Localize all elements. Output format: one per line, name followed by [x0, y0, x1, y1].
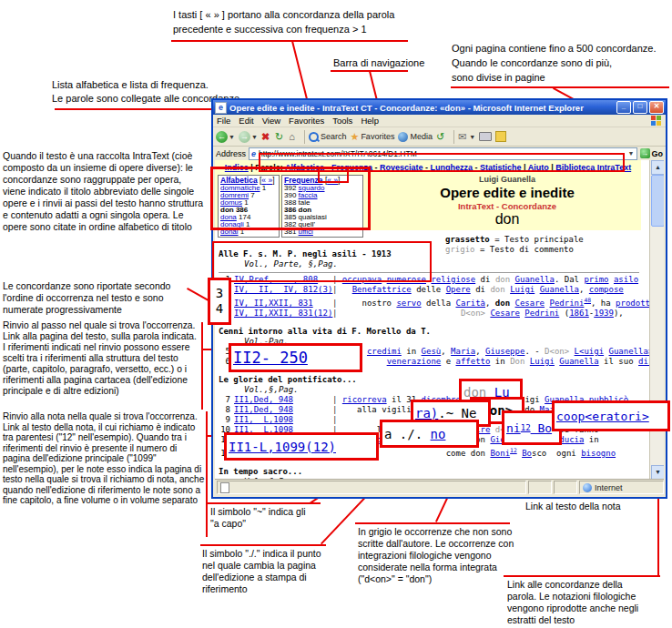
history-button[interactable]: ↺ [436, 131, 446, 143]
passage-reference-link[interactable]: II1,Ded, 948 [234, 405, 332, 415]
text-link[interactable]: Giuseppe [485, 347, 524, 356]
stop-button[interactable]: ✖ [261, 131, 271, 143]
text-link[interactable]: Guanella [559, 357, 598, 366]
passage-reference-link[interactable]: IV, II, IV, 812(3) [234, 285, 332, 295]
refresh-button[interactable]: ↻ [275, 131, 285, 143]
home-icon: ⌂ [289, 131, 295, 142]
text-link[interactable]: Bo [531, 421, 552, 435]
scrollbar-thumb[interactable] [651, 175, 664, 227]
magnified-note-reference[interactable]: II1-L,1099(12) [224, 432, 379, 461]
text-run: della [422, 299, 456, 308]
go-button[interactable]: → Go [640, 148, 664, 158]
passage-reference-link[interactable]: IV, II,XXII, 831 [234, 299, 332, 309]
text-run [423, 427, 430, 441]
menu-favorites[interactable]: Favorites [289, 116, 324, 126]
scroll-up-icon[interactable]: ▲ [651, 160, 664, 175]
magnified-word-link[interactable]: coop<eratori> [552, 400, 670, 431]
passage-reference-link[interactable]: II1, L,1098 [234, 415, 332, 425]
text-link[interactable]: Opere [446, 285, 471, 294]
favorites-button[interactable]: ★Favorites [351, 131, 395, 143]
text-link[interactable]: asilo [614, 275, 638, 284]
text-link[interactable]: Cesare [515, 299, 545, 308]
text-link[interactable]: no [431, 427, 446, 441]
passage-reference-link[interactable]: II1,Ded, 948 [234, 395, 332, 405]
status-zone-label: Internet [595, 483, 623, 492]
text-link[interactable]: Boni [490, 449, 510, 458]
separator: | [332, 395, 342, 404]
callout-navbar: Barra di navigazione [333, 56, 443, 70]
section-title: Le glorie del pontificato... [219, 375, 639, 385]
text-link[interactable]: Cesare [490, 309, 520, 318]
text-link[interactable]: 48 [584, 297, 591, 303]
status-panel [554, 481, 577, 494]
text-link[interactable]: affetto [456, 357, 491, 366]
text-link[interactable]: servo [396, 299, 421, 308]
address-dropdown-icon[interactable]: ▼ [628, 150, 635, 157]
menu-tools[interactable]: Tools [332, 116, 352, 126]
text-link[interactable]: 1861 [569, 309, 589, 318]
forward-button[interactable]: →▼ [239, 131, 258, 143]
back-button[interactable]: ←▼ [216, 131, 235, 143]
maximize-button[interactable]: □ [633, 101, 647, 114]
ie-page-icon: e [215, 102, 227, 114]
media-label: Media [410, 132, 433, 141]
title-bar[interactable]: e Opere edite e inedite - IntraText CT -… [213, 100, 666, 115]
text-link[interactable]: Guanella> [609, 347, 654, 356]
text-link[interactable]: Maria [451, 347, 475, 356]
magnified-passage-reference[interactable]: II2- 250 [229, 343, 362, 372]
messenger-button[interactable] [495, 131, 506, 142]
text-link[interactable]: Guanella [515, 275, 555, 284]
text-link[interactable]: religiose [431, 275, 475, 284]
close-button[interactable]: ✕ [649, 101, 664, 114]
stop-icon: ✖ [261, 131, 270, 143]
minimize-button[interactable]: _ [616, 101, 631, 114]
text-link[interactable]: 1939 [594, 309, 614, 318]
separator: | [332, 285, 342, 294]
text-run: in [490, 357, 510, 366]
status-bar: Internet [215, 479, 664, 495]
text-link[interactable]: Luigi [530, 357, 555, 366]
home-button[interactable]: ⌂ [289, 131, 297, 142]
text-link[interactable]: L<uigi [575, 347, 605, 356]
text-link[interactable]: ricorreva [342, 395, 387, 404]
menu-edit[interactable]: Edit [239, 116, 253, 126]
text-link[interactable]: 12 [510, 447, 517, 453]
text-link[interactable]: Luigi [510, 285, 535, 294]
text-link[interactable]: bisogno [581, 449, 616, 458]
passage-reference-link[interactable]: IV, II,XXII, 831(12) [234, 309, 332, 319]
text-link[interactable]: ni [506, 421, 521, 435]
text-link[interactable]: compose [589, 285, 624, 294]
text-link[interactable]: credimi [367, 347, 402, 356]
text-link[interactable]: Benefattrice [352, 285, 412, 294]
callout-collection: Quando il testo è una raccolta IntraText… [3, 150, 205, 233]
mail-button[interactable]: ✉▼ [458, 131, 475, 143]
text-run: . - [524, 347, 545, 356]
menu-help[interactable]: Help [361, 116, 379, 126]
text-run: come don [377, 449, 491, 458]
status-panel [528, 481, 552, 494]
menu-view[interactable]: View [262, 116, 280, 126]
text-link[interactable]: Gesù [422, 347, 442, 356]
text-run: , [485, 299, 495, 308]
text-link[interactable]: 12 [521, 423, 531, 432]
media-button[interactable]: Media [398, 132, 433, 142]
text-run: a [384, 427, 400, 441]
text-link[interactable]: Guanella [540, 285, 579, 294]
document-icon [220, 482, 229, 493]
text-link[interactable]: Pedrini [549, 299, 584, 308]
text-link[interactable]: ra) [415, 406, 438, 420]
search-button[interactable]: Search [309, 132, 347, 142]
menu-file[interactable]: File [217, 116, 230, 126]
text-link[interactable]: primo [584, 275, 608, 284]
scroll-down-icon[interactable]: ▼ [651, 465, 664, 480]
text-link[interactable]: Pedrini [524, 309, 559, 318]
section-title: Cenni intorno alla vita di F. Morello da… [219, 327, 639, 337]
vertical-scrollbar[interactable]: ▲ ▼ [649, 160, 664, 480]
annotation-line [206, 411, 208, 537]
text-link[interactable]: venerazione [387, 357, 442, 366]
text-link[interactable]: Bo [522, 449, 532, 458]
text-run: e [441, 357, 455, 366]
text-link[interactable]: Carità [455, 299, 485, 308]
print-button[interactable] [479, 132, 492, 141]
search-label: Search [321, 132, 347, 141]
